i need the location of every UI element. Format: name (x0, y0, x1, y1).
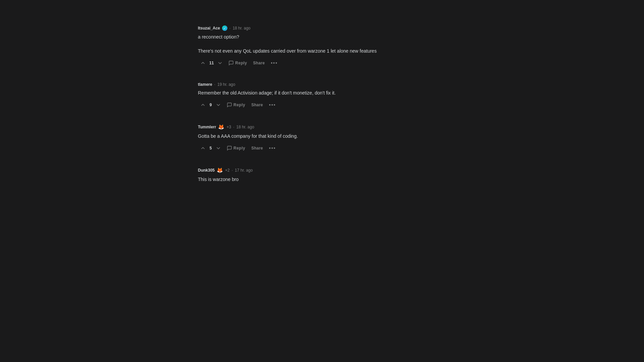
reply-button[interactable]: Reply (225, 101, 247, 109)
comment-actions: 11 ReplyShare••• (198, 59, 446, 67)
reply-button[interactable]: Reply (226, 59, 249, 67)
comment-body: a reconnect option?There's not even any … (198, 34, 446, 55)
downvote-arrow-icon (217, 60, 223, 66)
comment-header: tlamere·19 hr. ago (198, 82, 446, 87)
comment-header: Dunk305🦊+2·17 hr. ago (198, 167, 446, 173)
comment-time: 19 hr. ago (217, 82, 235, 87)
comment-body: This is warzone bro (198, 176, 446, 183)
comment-time: 18 hr. ago (232, 26, 250, 31)
flair-points: +2 (225, 168, 230, 173)
upvote-button[interactable] (198, 144, 208, 153)
comment-3: Tummlerr🦊+3·18 hr. agoGotta be a AAA com… (198, 119, 446, 159)
upvote-button[interactable] (198, 59, 208, 67)
comment-1: Itsuzai_Ace✓·18 hr. agoa reconnect optio… (198, 20, 446, 74)
verified-badge-icon: ✓ (222, 25, 227, 31)
comment-author: Itsuzai_Ace (198, 26, 220, 31)
comments-container: Itsuzai_Ace✓·18 hr. agoa reconnect optio… (198, 0, 446, 217)
share-button[interactable]: Share (249, 101, 266, 109)
upvote-arrow-icon (200, 145, 206, 151)
comment-2: tlamere·19 hr. agoRemember the old Activ… (198, 77, 446, 116)
comment-separator: · (229, 26, 230, 31)
downvote-arrow-icon (215, 145, 221, 151)
comment-separator: · (233, 125, 234, 129)
comment-actions: 9 ReplyShare••• (198, 101, 446, 109)
comment-time: 18 hr. ago (236, 125, 254, 129)
comment-body: Remember the old Activision adage; if it… (198, 89, 446, 97)
more-options-button[interactable]: ••• (267, 144, 278, 152)
comment-4: Dunk305🦊+2·17 hr. agoThis is warzone bro (198, 162, 446, 194)
downvote-arrow-icon (215, 102, 221, 108)
reply-icon (227, 145, 232, 151)
comment-author: Tummlerr (198, 125, 216, 129)
comment-time: 17 hr. ago (235, 168, 253, 173)
vote-count: 11 (209, 61, 214, 65)
comment-actions: 5 ReplyShare••• (198, 144, 446, 153)
downvote-button[interactable] (213, 144, 223, 153)
downvote-button[interactable] (215, 59, 225, 67)
flair-points: +3 (226, 125, 231, 129)
flair-emoji-icon: 🦊 (218, 124, 224, 130)
share-button[interactable]: Share (251, 59, 268, 67)
upvote-arrow-icon (200, 102, 206, 108)
vote-count: 5 (209, 146, 212, 150)
comment-body: Gotta be a AAA company for that kind of … (198, 133, 446, 140)
vote-count: 9 (209, 103, 212, 107)
share-button[interactable]: Share (249, 144, 266, 152)
more-options-button[interactable]: ••• (269, 59, 280, 67)
upvote-button[interactable] (198, 101, 208, 109)
flair-emoji-icon: 🦊 (217, 167, 223, 173)
comment-header: Itsuzai_Ace✓·18 hr. ago (198, 25, 446, 31)
comment-separator: · (232, 168, 233, 173)
comment-separator: · (214, 82, 215, 87)
comment-author: Dunk305 (198, 168, 215, 173)
comment-header: Tummlerr🦊+3·18 hr. ago (198, 124, 446, 130)
reply-icon (228, 60, 234, 66)
comment-author: tlamere (198, 82, 212, 87)
downvote-button[interactable] (213, 101, 223, 109)
more-options-button[interactable]: ••• (267, 101, 278, 109)
upvote-arrow-icon (200, 60, 206, 66)
reply-icon (227, 102, 232, 108)
reply-button[interactable]: Reply (225, 144, 247, 152)
